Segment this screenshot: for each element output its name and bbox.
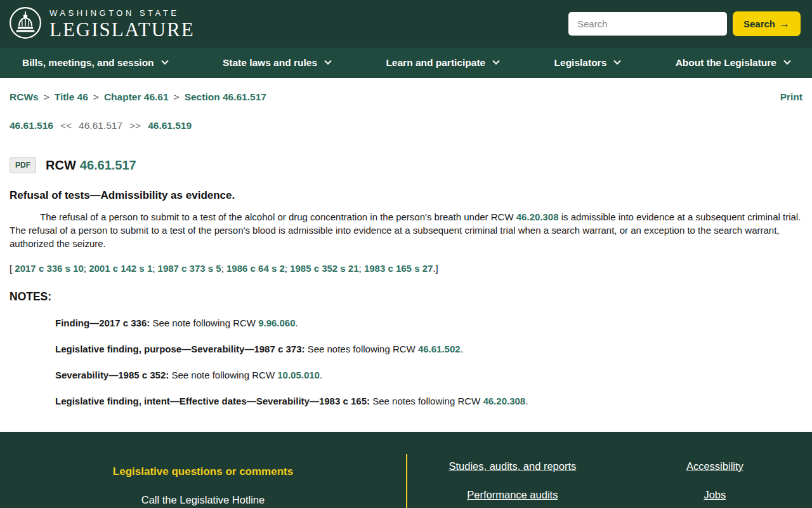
note-end: . — [461, 344, 463, 354]
note-end: . — [296, 318, 298, 328]
logo-line1: WASHINGTON STATE — [49, 9, 195, 17]
prev-symbol: << — [60, 120, 72, 131]
note-rcw-link[interactable]: 46.61.502 — [418, 344, 461, 354]
capitol-dome-icon — [9, 6, 42, 42]
note-rcw-link[interactable]: 9.96.060 — [258, 318, 295, 328]
nav-item-about-legislature[interactable]: About the Legislature — [676, 57, 790, 69]
rcw-heading-row: PDF RCW46.61.517 — [10, 157, 802, 173]
site-logo[interactable]: WASHINGTON STATE LEGISLATURE — [9, 6, 195, 42]
section-pager: 46.61.516 << 46.61.517 >> 46.61.519 — [10, 120, 802, 131]
nav-item-state-laws-rules[interactable]: State laws and rules — [223, 57, 331, 69]
citation-link[interactable]: 1986 c 64 s 2 — [226, 263, 285, 274]
page-title: RCW46.61.517 — [46, 158, 136, 173]
footer-link-accessibility[interactable]: Accessibility — [618, 460, 812, 472]
section-title: Refusal of tests—Admissibility as eviden… — [10, 189, 802, 202]
chevron-down-icon — [161, 58, 168, 65]
current-section: 46.61.517 — [79, 120, 122, 131]
citation-line: [ 2017 c 336 s 10; 2001 c 142 s 1; 1987 … — [10, 263, 802, 274]
citation-link[interactable]: 1985 c 352 s 21 — [290, 263, 358, 274]
nav-item-label: State laws and rules — [223, 57, 317, 69]
citation-close: .] — [433, 263, 438, 274]
logo-line2: LEGISLATURE — [49, 20, 195, 39]
footer-questions-block: Legislative questions or comments Call t… — [0, 432, 406, 508]
breadcrumb-link-chapter[interactable]: Chapter 46.61 — [104, 91, 169, 103]
search-area: Search → — [568, 11, 801, 36]
note-paragraph: Legislative finding, intent—Effective da… — [55, 394, 802, 408]
citation-link[interactable]: 1987 c 373 s 5 — [158, 263, 221, 274]
chevron-down-icon — [324, 58, 331, 65]
statute-text: The refusal of a person to submit to a t… — [10, 210, 802, 250]
chevron-down-icon — [614, 58, 621, 65]
citation-separator: ; — [152, 263, 157, 274]
citation-separator: ; — [359, 263, 364, 274]
footer-link-studies-audits-reports[interactable]: Studies, audits, and reports — [407, 460, 618, 472]
note-bold-prefix: Finding—2017 c 336: — [55, 318, 150, 328]
breadcrumb-link-section[interactable]: Section 46.61.517 — [185, 91, 266, 103]
footer-link-jobs[interactable]: Jobs — [618, 489, 812, 501]
footer-hotline-link[interactable]: Call the Legislative Hotline — [141, 494, 265, 506]
nav-item-label: Learn and participate — [386, 57, 485, 69]
footer-links-column-1: Studies, audits, and reports Performance… — [407, 460, 618, 508]
note-bold-prefix: Severability—1985 c 352: — [55, 370, 169, 380]
statute-text-part1: The refusal of a person to submit to a t… — [40, 211, 516, 222]
rcw-number-link[interactable]: 46.61.517 — [80, 158, 136, 172]
breadcrumb: RCWs > Title 46 > Chapter 46.61 > Sectio… — [10, 91, 266, 103]
notes-heading: NOTES: — [10, 290, 802, 304]
note-bold-prefix: Legislative finding, intent—Effective da… — [55, 396, 370, 406]
citation-separator: ; — [84, 263, 89, 274]
footer: Legislative questions or comments Call t… — [0, 432, 812, 508]
breadcrumb-separator: > — [44, 91, 49, 103]
nav-item-learn-participate[interactable]: Learn and participate — [386, 57, 499, 69]
note-paragraph: Severability—1985 c 352: See note follow… — [55, 368, 802, 382]
note-rcw-link[interactable]: 46.20.308 — [483, 396, 525, 406]
chevron-down-icon — [493, 58, 500, 65]
print-link[interactable]: Print — [780, 91, 802, 103]
nav-item-label: About the Legislature — [676, 57, 776, 69]
footer-links-area: Studies, audits, and reports Performance… — [407, 432, 812, 508]
breadcrumb-link-rcws[interactable]: RCWs — [10, 91, 39, 103]
citation-link[interactable]: 2017 c 336 s 10 — [15, 263, 83, 274]
chevron-down-icon — [783, 58, 790, 65]
citation-link[interactable]: 2001 c 142 s 1 — [89, 263, 152, 274]
nav-item-legislators[interactable]: Legislators — [554, 57, 620, 69]
rcw-label: RCW — [46, 158, 76, 172]
arrow-right-icon: → — [779, 18, 790, 30]
search-input[interactable] — [568, 12, 727, 36]
search-button[interactable]: Search → — [733, 11, 801, 36]
note-paragraph: Legislative finding, purpose—Severabilit… — [55, 342, 802, 356]
note-end: . — [320, 370, 322, 380]
note-text: See notes following RCW — [370, 396, 483, 406]
citation-link[interactable]: 1983 c 165 s 27 — [364, 263, 433, 274]
note-text: See note following RCW — [169, 370, 277, 380]
footer-questions-heading[interactable]: Legislative questions or comments — [0, 465, 406, 478]
breadcrumb-separator: > — [93, 91, 99, 103]
nav-item-label: Bills, meetings, and session — [22, 57, 154, 69]
note-text: See note following RCW — [150, 318, 258, 328]
nav-item-label: Legislators — [554, 57, 607, 69]
page-body: RCWs > Title 46 > Chapter 46.61 > Sectio… — [0, 78, 812, 432]
pdf-button[interactable]: PDF — [10, 157, 36, 173]
citation-separator: ; — [221, 263, 226, 274]
next-section-link[interactable]: 46.61.519 — [148, 120, 192, 131]
note-text: See notes following RCW — [304, 344, 417, 354]
note-end: . — [525, 396, 528, 406]
breadcrumb-link-title[interactable]: Title 46 — [55, 91, 88, 103]
citation-separator: ; — [285, 263, 290, 274]
site-header: WASHINGTON STATE LEGISLATURE Search → — [0, 0, 812, 48]
note-paragraph: Finding—2017 c 336: See note following R… — [55, 316, 802, 330]
main-nav: Bills, meetings, and session State laws … — [0, 48, 812, 78]
breadcrumb-separator: > — [174, 91, 180, 103]
footer-link-performance-audits[interactable]: Performance audits — [407, 489, 618, 501]
note-bold-prefix: Legislative finding, purpose—Severabilit… — [55, 344, 304, 354]
nav-item-bills-meetings-session[interactable]: Bills, meetings, and session — [22, 57, 167, 69]
breadcrumb-row: RCWs > Title 46 > Chapter 46.61 > Sectio… — [0, 78, 812, 103]
note-rcw-link[interactable]: 10.05.010 — [277, 370, 320, 380]
search-button-label: Search — [743, 18, 775, 29]
footer-links-column-2: Accessibility Jobs — [618, 460, 812, 508]
prev-section-link[interactable]: 46.61.516 — [10, 120, 53, 131]
logo-text: WASHINGTON STATE LEGISLATURE — [49, 9, 195, 39]
next-symbol: >> — [129, 120, 141, 131]
rcw-reference-link[interactable]: 46.20.308 — [516, 211, 559, 222]
